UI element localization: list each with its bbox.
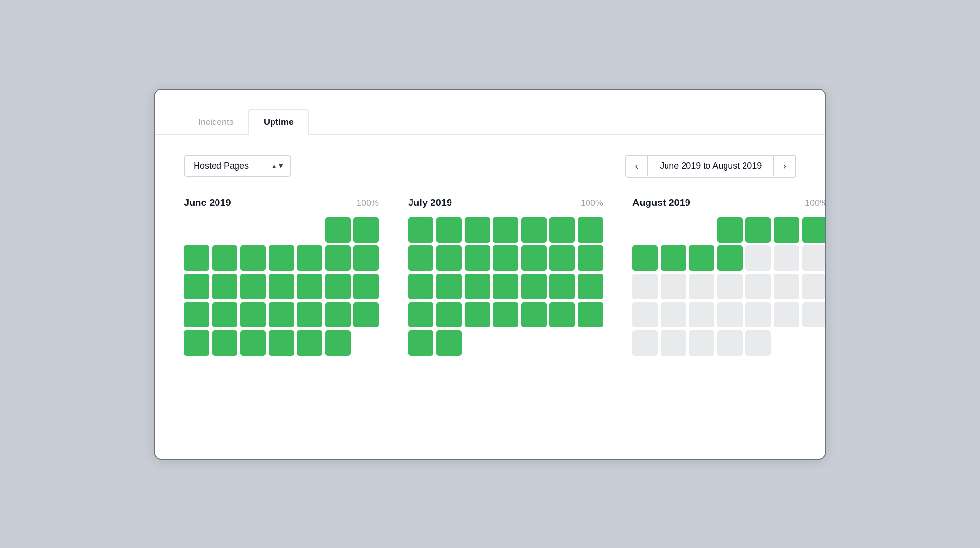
- day-cell-2-4-3: [717, 330, 743, 356]
- calendar-row-1-0: [408, 217, 603, 243]
- day-cell-1-4-6: [578, 330, 603, 356]
- day-cell-2-3-4: [745, 302, 771, 327]
- day-cell-2-3-6: [802, 302, 826, 327]
- day-cell-0-3-3: [269, 302, 294, 327]
- day-cell-0-1-3: [269, 245, 294, 271]
- day-cell-0-3-6: [353, 302, 379, 327]
- day-cell-2-1-2: [689, 245, 714, 271]
- day-cell-1-2-0: [408, 274, 433, 299]
- day-cell-2-1-0: [632, 245, 658, 271]
- calendar-row-1-1: [408, 245, 603, 271]
- day-cell-2-0-2: [689, 217, 714, 243]
- tab-incidents[interactable]: Incidents: [184, 110, 248, 135]
- main-window: Incidents Uptime Hosted Pages API Dashbo…: [154, 89, 826, 460]
- day-cell-0-1-1: [212, 245, 237, 271]
- date-prev-button[interactable]: ‹: [626, 156, 647, 177]
- service-select[interactable]: Hosted Pages API Dashboard: [184, 155, 291, 177]
- day-cell-0-0-6: [353, 217, 379, 243]
- calendar-row-2-4: [632, 330, 826, 356]
- day-cell-2-4-5: [774, 330, 799, 356]
- day-cell-2-0-6: [802, 217, 826, 243]
- day-cell-2-1-6: [802, 245, 826, 271]
- calendar-title-1: July 2019: [408, 197, 452, 208]
- day-cell-1-3-6: [578, 302, 603, 327]
- day-cell-1-1-6: [578, 245, 603, 271]
- day-cell-1-4-3: [493, 330, 518, 356]
- day-cell-0-3-4: [297, 302, 322, 327]
- day-cell-1-1-3: [493, 245, 518, 271]
- calendar-row-0-1: [184, 245, 379, 271]
- day-cell-0-3-1: [212, 302, 237, 327]
- day-cell-2-2-0: [632, 274, 658, 299]
- day-cell-1-4-1: [436, 330, 462, 356]
- calendar-row-2-0: [632, 217, 826, 243]
- day-cell-0-1-4: [297, 245, 322, 271]
- day-cell-0-0-3: [269, 217, 294, 243]
- day-cell-2-4-4: [745, 330, 771, 356]
- day-cell-1-0-4: [521, 217, 547, 243]
- day-cell-1-4-4: [521, 330, 547, 356]
- day-cell-2-0-0: [632, 217, 658, 243]
- day-cell-1-4-2: [465, 330, 490, 356]
- calendar-title-2: August 2019: [632, 197, 690, 208]
- day-cell-2-2-2: [689, 274, 714, 299]
- calendar-pct-1: 100%: [581, 198, 603, 208]
- calendar-pct-2: 100%: [805, 198, 826, 208]
- tab-uptime[interactable]: Uptime: [248, 109, 309, 135]
- day-cell-0-1-0: [184, 245, 209, 271]
- day-cell-2-0-4: [745, 217, 771, 243]
- day-cell-0-3-2: [240, 302, 266, 327]
- day-cell-2-3-5: [774, 302, 799, 327]
- day-cell-1-3-0: [408, 302, 433, 327]
- day-cell-0-1-5: [325, 245, 351, 271]
- calendar-grid-1: [408, 217, 603, 356]
- calendar-grid-0: [184, 217, 379, 356]
- day-cell-0-0-4: [297, 217, 322, 243]
- day-cell-0-4-6: [353, 330, 379, 356]
- day-cell-2-1-5: [774, 245, 799, 271]
- calendar-row-0-4: [184, 330, 379, 356]
- calendar-row-2-1: [632, 245, 826, 271]
- day-cell-1-1-5: [549, 245, 575, 271]
- day-cell-2-0-5: [774, 217, 799, 243]
- day-cell-0-4-3: [269, 330, 294, 356]
- calendar-grid-2: [632, 217, 826, 356]
- day-cell-0-4-2: [240, 330, 266, 356]
- day-cell-1-4-5: [549, 330, 575, 356]
- day-cell-1-1-2: [465, 245, 490, 271]
- calendars-container: June 2019100%July 2019100%August 2019100…: [184, 197, 796, 356]
- calendar-row-1-3: [408, 302, 603, 327]
- day-cell-1-1-1: [436, 245, 462, 271]
- day-cell-2-1-1: [661, 245, 686, 271]
- calendar-row-1-2: [408, 274, 603, 299]
- day-cell-2-2-4: [745, 274, 771, 299]
- calendar-row-0-3: [184, 302, 379, 327]
- day-cell-0-1-2: [240, 245, 266, 271]
- day-cell-2-0-3: [717, 217, 743, 243]
- day-cell-1-0-2: [465, 217, 490, 243]
- calendar-row-0-2: [184, 274, 379, 299]
- day-cell-1-0-5: [549, 217, 575, 243]
- tabs-bar: Incidents Uptime: [155, 90, 825, 135]
- day-cell-1-2-5: [549, 274, 575, 299]
- day-cell-2-3-0: [632, 302, 658, 327]
- day-cell-2-4-6: [802, 330, 826, 356]
- calendar-pct-0: 100%: [356, 198, 379, 208]
- day-cell-1-0-6: [578, 217, 603, 243]
- day-cell-1-1-0: [408, 245, 433, 271]
- day-cell-0-0-1: [212, 217, 237, 243]
- day-cell-0-4-1: [212, 330, 237, 356]
- calendar-title-0: June 2019: [184, 197, 231, 208]
- calendar-row-1-4: [408, 330, 603, 356]
- day-cell-0-4-5: [325, 330, 351, 356]
- day-cell-2-3-3: [717, 302, 743, 327]
- day-cell-1-2-4: [521, 274, 547, 299]
- day-cell-1-0-3: [493, 217, 518, 243]
- day-cell-0-4-4: [297, 330, 322, 356]
- day-cell-0-0-5: [325, 217, 351, 243]
- day-cell-0-2-4: [297, 274, 322, 299]
- day-cell-1-2-1: [436, 274, 462, 299]
- day-cell-0-3-5: [325, 302, 351, 327]
- date-next-button[interactable]: ›: [774, 156, 795, 177]
- calendar-row-2-3: [632, 302, 826, 327]
